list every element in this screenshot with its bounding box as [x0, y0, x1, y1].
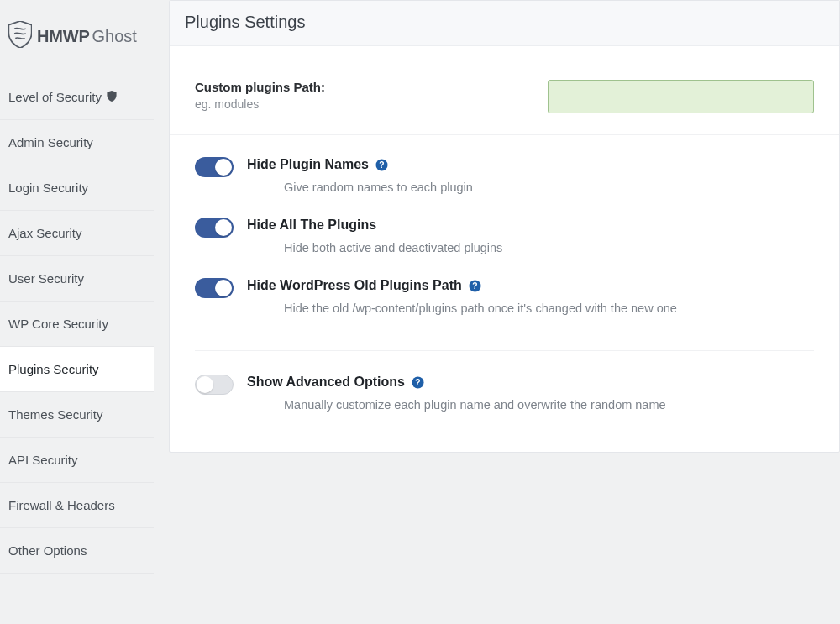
sidebar-nav: Level of Security Admin Security Login S… [0, 75, 154, 574]
main-content: Plugins Settings Custom plugins Path: eg… [154, 0, 840, 624]
toggle-desc: Hide both active and deactivated plugins [284, 241, 814, 254]
sidebar-item-login-security[interactable]: Login Security [0, 165, 154, 211]
shield-logo-icon [8, 21, 32, 51]
toggle-desc: Give random names to each plugin [284, 181, 814, 194]
sidebar-item-user-security[interactable]: User Security [0, 256, 154, 302]
toggle-title: Show Advanced Options [247, 375, 405, 390]
sidebar-item-level-of-security[interactable]: Level of Security [0, 75, 154, 120]
help-icon[interactable]: ? [412, 376, 424, 389]
toggle-desc: Hide the old /wp-content/plugins path on… [284, 302, 814, 315]
toggle-hide-plugin-names[interactable] [195, 157, 234, 177]
sidebar-item-other-options[interactable]: Other Options [0, 528, 154, 574]
toggle-hide-old-plugins-path[interactable] [195, 278, 234, 298]
sidebar-item-label: Login Security [8, 181, 88, 195]
toggle-desc: Manually customize each plugin name and … [284, 398, 814, 412]
svg-text:?: ? [472, 281, 477, 291]
toggle-row-show-advanced: Show Advanced Options ? Manually customi… [170, 359, 839, 427]
custom-plugins-path-hint: eg. modules [195, 97, 548, 111]
toggle-row-hide-plugin-names: Hide Plugin Names ? Give random names to… [170, 135, 839, 209]
sidebar-item-themes-security[interactable]: Themes Security [0, 392, 154, 438]
custom-plugins-path-input[interactable] [548, 80, 814, 113]
toggle-title: Hide WordPress Old Plugins Path [247, 278, 462, 293]
sidebar-item-label: Level of Security [8, 90, 102, 104]
toggle-hide-all-plugins[interactable] [195, 218, 234, 238]
page-title: Plugins Settings [185, 13, 824, 32]
logo: HMWPGhost [0, 0, 154, 75]
field-input-col [548, 80, 814, 113]
card-header: Plugins Settings [170, 1, 839, 46]
sidebar-item-label: Firewall & Headers [8, 498, 115, 512]
toggle-row-hide-old-plugins-path: Hide WordPress Old Plugins Path ? Hide t… [170, 270, 839, 330]
settings-card: Plugins Settings Custom plugins Path: eg… [169, 0, 840, 453]
card-body: Custom plugins Path: eg. modules Hide Pl… [170, 46, 839, 452]
sidebar-item-api-security[interactable]: API Security [0, 438, 154, 483]
shield-icon [107, 90, 117, 104]
sidebar-item-admin-security[interactable]: Admin Security [0, 120, 154, 165]
help-icon[interactable]: ? [375, 159, 388, 171]
sidebar: HMWPGhost Level of Security Admin Securi… [0, 0, 154, 624]
svg-text:?: ? [415, 378, 420, 387]
sidebar-item-label: User Security [8, 271, 84, 286]
toggle-row-hide-all-plugins: Hide All The Plugins Hide both active an… [170, 209, 839, 270]
brand-secondary: Ghost [92, 27, 137, 45]
brand-primary: HMWP [37, 27, 90, 45]
sidebar-item-label: WP Core Security [8, 317, 108, 331]
sidebar-item-wp-core-security[interactable]: WP Core Security [0, 302, 154, 347]
sidebar-item-label: Themes Security [8, 407, 103, 422]
sidebar-item-label: API Security [8, 453, 78, 467]
sidebar-item-ajax-security[interactable]: Ajax Security [0, 211, 154, 256]
field-label-col: Custom plugins Path: eg. modules [195, 80, 548, 111]
sidebar-item-label: Admin Security [8, 135, 93, 149]
sidebar-item-label: Ajax Security [8, 226, 82, 240]
help-icon[interactable]: ? [469, 280, 481, 292]
toggle-show-advanced[interactable] [195, 375, 234, 395]
toggle-title: Hide All The Plugins [247, 218, 376, 233]
toggle-title: Hide Plugin Names [247, 157, 369, 172]
svg-text:?: ? [379, 160, 384, 170]
sidebar-item-firewall-headers[interactable]: Firewall & Headers [0, 483, 154, 528]
custom-plugins-path-label: Custom plugins Path: [195, 80, 548, 94]
custom-plugins-path-row: Custom plugins Path: eg. modules [170, 46, 839, 135]
sidebar-item-label: Other Options [8, 543, 87, 558]
sidebar-item-plugins-security[interactable]: Plugins Security [0, 347, 154, 392]
sidebar-item-label: Plugins Security [8, 362, 99, 376]
section-divider [195, 350, 814, 351]
